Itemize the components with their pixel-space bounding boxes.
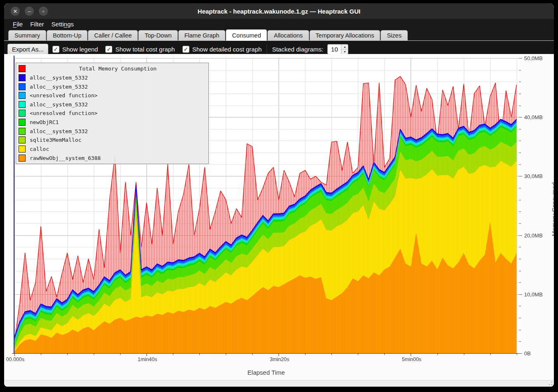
toolbar-checkboxes: ✓Show legend✓Show total cost graph✓Show … xyxy=(52,46,262,53)
legend-item: <unresolved function> xyxy=(19,92,206,100)
y-tick-label: 10,0MB xyxy=(524,291,543,297)
spinner-up-icon[interactable]: ▲ xyxy=(341,45,348,49)
legend-swatch-icon xyxy=(19,119,26,126)
legend-label: alloc__system_5332 xyxy=(30,101,88,108)
menu-settings[interactable]: Settings xyxy=(48,20,78,28)
status-bar xyxy=(4,380,554,387)
tab-temporary-allocations[interactable]: Temporary Allocations xyxy=(310,30,381,40)
x-tick-label: 3min20s xyxy=(270,357,289,362)
maximize-icon: ▫ xyxy=(43,8,45,14)
legend-label: <unresolved function> xyxy=(30,92,97,99)
tab-top-down[interactable]: Top-Down xyxy=(138,30,177,40)
legend-item: Total Memory Consumption xyxy=(19,65,206,73)
checkbox-label: Show total cost graph xyxy=(115,46,175,53)
y-tick-label: 20,0MB xyxy=(524,232,543,238)
stacked-diagrams-value[interactable]: 10 xyxy=(328,45,341,54)
close-icon: ✕ xyxy=(13,8,18,14)
legend-label: alloc__system_5332 xyxy=(30,75,88,81)
spinner-arrows: ▲ ▼ xyxy=(341,45,348,54)
legend-title: Total Memory Consumption xyxy=(30,66,206,72)
chart-area: Total Memory Consumptionalloc__system_53… xyxy=(4,54,554,380)
legend-item: alloc__system_5332 xyxy=(19,127,206,135)
legend-swatch-icon xyxy=(19,136,26,143)
legend-label: rawNewObj__system_6388 xyxy=(30,155,101,161)
tab-consumed[interactable]: Consumed xyxy=(226,29,267,41)
export-as-button[interactable]: Export As... xyxy=(7,44,48,55)
legend-swatch-icon xyxy=(19,65,26,72)
legend-label: calloc xyxy=(30,146,49,152)
tab-caller-callee[interactable]: Caller / Callee xyxy=(88,30,138,40)
title-bar[interactable]: ✕–▫ Heaptrack - heaptrack.wakunode.1.gz … xyxy=(4,3,554,19)
maximize-button[interactable]: ▫ xyxy=(39,7,48,16)
legend-swatch-icon xyxy=(19,92,26,99)
checkbox-show-total-cost-graph[interactable]: ✓Show total cost graph xyxy=(105,46,175,53)
y-tick-label: 0B xyxy=(524,350,531,357)
y-axis-title: Memory Consumed xyxy=(551,176,554,242)
heaptrack-window: ✕–▫ Heaptrack - heaptrack.wakunode.1.gz … xyxy=(4,3,554,387)
legend-label: <unresolved function> xyxy=(30,110,97,116)
checkbox-icon[interactable]: ✓ xyxy=(182,46,189,53)
legend-label: alloc__system_5332 xyxy=(30,128,88,134)
legend-label: sqlite3MemMalloc xyxy=(30,137,81,143)
tab-summary[interactable]: Summary xyxy=(8,30,46,40)
resize-grip[interactable] xyxy=(549,381,553,385)
legend-swatch-icon xyxy=(19,74,26,81)
checkbox-label: Show detailed cost graph xyxy=(192,46,262,53)
y-tick-label: 40,0MB xyxy=(524,114,543,120)
legend-item: alloc__system_5332 xyxy=(19,100,206,108)
legend-label: newObjRC1 xyxy=(30,119,59,125)
legend-label: alloc__system_5332 xyxy=(30,84,88,90)
window-title: Heaptrack - heaptrack.wakunode.1.gz — He… xyxy=(4,8,554,15)
legend-item: <unresolved function> xyxy=(19,109,206,117)
stacked-diagrams-spinner[interactable]: 10 ▲ ▼ xyxy=(327,44,348,54)
tab-flame-graph[interactable]: Flame Graph xyxy=(178,30,226,40)
x-axis-title: Elapsed Time xyxy=(248,369,285,376)
x-tick-label: 5min00s xyxy=(402,357,421,362)
menu-bar: FileFilterSettings xyxy=(4,19,554,29)
x-tick-label: 1min40s xyxy=(138,357,157,362)
checkbox-show-legend[interactable]: ✓Show legend xyxy=(52,46,98,53)
legend-item: newObjRC1 xyxy=(19,118,206,127)
tab-sizes[interactable]: Sizes xyxy=(381,30,407,40)
legend-swatch-icon xyxy=(19,155,26,162)
spinner-down-icon[interactable]: ▼ xyxy=(341,49,348,54)
menu-filter[interactable]: Filter xyxy=(26,20,47,28)
legend-swatch-icon xyxy=(19,128,26,135)
legend-item: calloc xyxy=(19,145,206,153)
close-button[interactable]: ✕ xyxy=(11,7,20,16)
menu-file[interactable]: File xyxy=(9,20,26,28)
legend-item: sqlite3MemMalloc xyxy=(19,136,206,144)
checkbox-show-detailed-cost-graph[interactable]: ✓Show detailed cost graph xyxy=(182,46,262,53)
legend-swatch-icon xyxy=(19,83,26,90)
legend-swatch-icon xyxy=(19,146,26,153)
toolbar-separator xyxy=(267,45,267,54)
tab-bottom-up[interactable]: Bottom-Up xyxy=(47,30,87,40)
minimize-icon: – xyxy=(28,8,31,14)
tab-bar: SummaryBottom-UpCaller / CalleeTop-DownF… xyxy=(4,29,554,41)
legend-item: alloc__system_5332 xyxy=(19,82,206,91)
legend-swatch-icon xyxy=(19,101,26,108)
x-tick-label: 00.000s xyxy=(6,357,24,362)
checkbox-icon[interactable]: ✓ xyxy=(52,46,59,53)
checkbox-label: Show legend xyxy=(62,46,98,53)
y-tick-label: 30,0MB xyxy=(524,173,543,179)
stacked-diagrams-label: Stacked diagrams: xyxy=(272,46,323,53)
legend-item: rawNewObj__system_6388 xyxy=(19,154,206,162)
legend-item: alloc__system_5332 xyxy=(19,73,206,82)
checkbox-icon[interactable]: ✓ xyxy=(105,46,112,53)
window-controls: ✕–▫ xyxy=(11,7,48,16)
chart-legend: Total Memory Consumptionalloc__system_53… xyxy=(16,63,209,164)
legend-swatch-icon xyxy=(19,110,26,117)
screen: ✕–▫ Heaptrack - heaptrack.wakunode.1.gz … xyxy=(0,0,558,392)
y-tick-label: 50,0MB xyxy=(524,55,543,61)
tab-allocations[interactable]: Allocations xyxy=(267,30,309,40)
minimize-button[interactable]: – xyxy=(25,7,34,16)
